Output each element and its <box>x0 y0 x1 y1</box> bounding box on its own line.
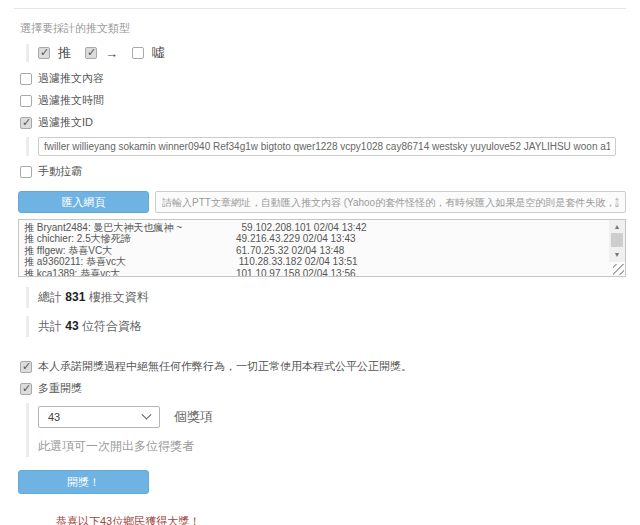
prize-count-value: 43 <box>48 411 60 423</box>
filter-time-row: 過濾推文時間 <box>20 93 626 108</box>
id-filter-wrap <box>26 137 626 156</box>
push-type-section-label: 選擇要採計的推文類型 <box>20 21 626 36</box>
scrollbar[interactable]: ▲ ▼ <box>609 220 625 262</box>
filter-id-checkbox[interactable] <box>20 117 32 129</box>
import-webpage-button[interactable]: 匯入網頁 <box>18 191 149 213</box>
promise-checkbox[interactable] <box>20 361 32 373</box>
promise-label: 本人承諾開獎過程中絕無任何作弊行為，一切正常使用本程式公平公正開獎。 <box>38 359 412 374</box>
filter-content-label: 過濾推文內容 <box>38 71 104 86</box>
comment-line: 推 Bryant2484: 曼巴大神天也瘋神 ~ 59.102.208.101 … <box>24 222 603 233</box>
prize-count-select[interactable]: 43 <box>38 406 160 428</box>
boo-checkbox[interactable] <box>132 47 144 59</box>
prize-unit-label: 個獎項 <box>174 408 213 426</box>
qualified-suffix: 位符合資格 <box>79 319 142 333</box>
resize-grip-icon[interactable] <box>613 264 624 275</box>
total-count: 831 <box>65 290 85 304</box>
prize-count-section: 43 個獎項 此選項可一次開出多位得獎者 <box>26 403 626 457</box>
qualified-count: 43 <box>65 319 78 333</box>
qualified-prefix: 共計 <box>38 319 65 333</box>
ptt-url-input[interactable] <box>155 191 626 213</box>
filter-time-checkbox[interactable] <box>20 95 32 107</box>
filter-content-row: 過濾推文內容 <box>20 71 626 86</box>
manual-slot-checkbox[interactable] <box>20 166 32 178</box>
push-type-row: 推 → 噓 <box>26 44 626 62</box>
manual-slot-row: 手動拉霸 <box>20 164 626 179</box>
comment-line: 推 chichier: 2.5大慘死諦49.216.43.229 02/04 1… <box>24 233 603 244</box>
arrow-checkbox-label: → <box>105 46 118 61</box>
comment-line: 推 fflgew: 恭喜VC大61.70.25.32 02/04 13:48 <box>24 245 603 256</box>
filter-id-label: 過濾推文ID <box>38 115 93 130</box>
promise-row: 本人承諾開獎過程中絕無任何作弊行為，一切正常使用本程式公平公正開獎。 <box>20 359 626 374</box>
prize-count-note: 此選項可一次開出多位得獎者 <box>38 438 626 457</box>
multi-draw-row: 多重開獎 <box>20 381 626 396</box>
total-comments-row: 總計 831 樓推文資料 <box>26 287 626 308</box>
multi-draw-checkbox[interactable] <box>20 383 32 395</box>
comment-lines: 推 Bryant2484: 曼巴大神天也瘋神 ~ 59.102.208.101 … <box>19 220 625 276</box>
comment-line: 推 a9360211: 恭喜vc大 110.28.33.182 02/04 13… <box>24 256 603 267</box>
scrollbar-thumb[interactable] <box>611 233 623 247</box>
boo-checkbox-label: 噓 <box>152 44 165 62</box>
filter-id-row: 過濾推文ID <box>20 115 626 130</box>
total-suffix: 樓推文資料 <box>85 290 148 304</box>
comment-line: 推 kca1389: 恭喜vc大101.10.97.158 02/04 13:5… <box>24 268 603 276</box>
comments-textarea[interactable]: 推 Bryant2484: 曼巴大神天也瘋神 ~ 59.102.208.101 … <box>18 219 626 277</box>
import-row: 匯入網頁 <box>18 191 626 213</box>
prize-count-row: 43 個獎項 <box>38 403 626 432</box>
lottery-tool-page: 選擇要採計的推文類型 推 → 噓 過濾推文內容 過濾推文時間 過濾推文ID 手動… <box>0 8 640 525</box>
qualified-count-row: 共計 43 位符合資格 <box>26 316 626 337</box>
manual-slot-label: 手動拉霸 <box>38 164 82 179</box>
top-divider <box>14 8 626 9</box>
push-checkbox-label: 推 <box>58 44 71 62</box>
arrow-checkbox[interactable] <box>85 47 97 59</box>
filter-time-label: 過濾推文時間 <box>38 93 104 108</box>
winners-header: 恭喜以下43位鄉民獲得大獎！ <box>56 514 626 525</box>
scroll-down-icon[interactable]: ▼ <box>609 248 625 260</box>
total-prefix: 總計 <box>38 290 65 304</box>
chevron-down-icon <box>142 409 152 419</box>
multi-draw-label: 多重開獎 <box>38 381 82 396</box>
scroll-up-icon[interactable]: ▲ <box>609 220 625 232</box>
draw-button[interactable]: 開獎！ <box>18 470 149 494</box>
filter-content-checkbox[interactable] <box>20 73 32 85</box>
id-filter-input[interactable] <box>38 137 616 156</box>
push-checkbox[interactable] <box>38 47 50 59</box>
